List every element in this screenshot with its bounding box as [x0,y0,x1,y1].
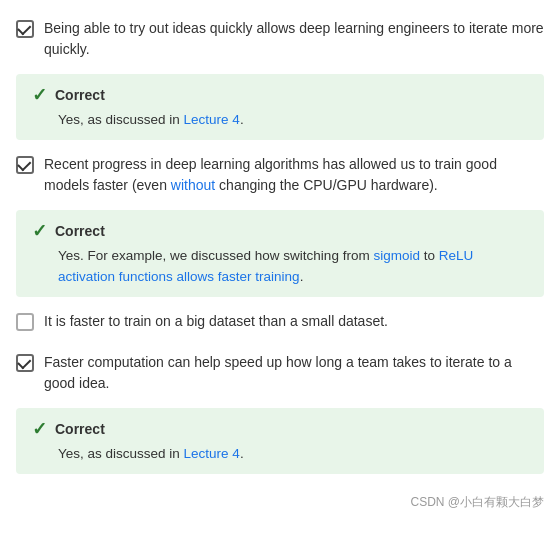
lecture-link-1[interactable]: Lecture 4 [184,112,240,127]
question-text-1: Being able to try out ideas quickly allo… [44,18,544,60]
checkbox-3[interactable] [16,313,34,331]
checkbox-1[interactable] [16,20,34,38]
watermark: CSDN @小白有颗大白梦 [0,486,560,519]
feedback-text-4: Yes, as discussed in Lecture 4. [32,444,528,464]
question-text-4: Faster computation can help speed up how… [44,352,544,394]
feedback-header-1: ✓ Correct [32,84,528,106]
feedback-header-4: ✓ Correct [32,418,528,440]
feedback-label-1: Correct [55,87,105,103]
question-text-2: Recent progress in deep learning algorit… [44,154,544,196]
feedback-header-2: ✓ Correct [32,220,528,242]
lecture-link-4[interactable]: Lecture 4 [184,446,240,461]
feedback-label-2: Correct [55,223,105,239]
feedback-box-2: ✓ Correct Yes. For example, we discussed… [16,210,544,297]
feedback-text-1: Yes, as discussed in Lecture 4. [32,110,528,130]
feedback-text-2: Yes. For example, we discussed how switc… [32,246,528,287]
correct-icon-2: ✓ [32,220,47,242]
correct-icon-1: ✓ [32,84,47,106]
checkbox-2[interactable] [16,156,34,174]
question-text-3: It is faster to train on a big dataset t… [44,311,544,332]
feedback-box-1: ✓ Correct Yes, as discussed in Lecture 4… [16,74,544,140]
question-item-1: Being able to try out ideas quickly allo… [16,8,544,70]
correct-icon-4: ✓ [32,418,47,440]
feedback-label-4: Correct [55,421,105,437]
checkbox-4[interactable] [16,354,34,372]
question-item-2: Recent progress in deep learning algorit… [16,144,544,206]
sigmoid-link[interactable]: sigmoid [373,248,420,263]
feedback-box-4: ✓ Correct Yes, as discussed in Lecture 4… [16,408,544,474]
main-container: Being able to try out ideas quickly allo… [0,0,560,486]
question-item-3: It is faster to train on a big dataset t… [16,301,544,342]
question-item-4: Faster computation can help speed up how… [16,342,544,404]
